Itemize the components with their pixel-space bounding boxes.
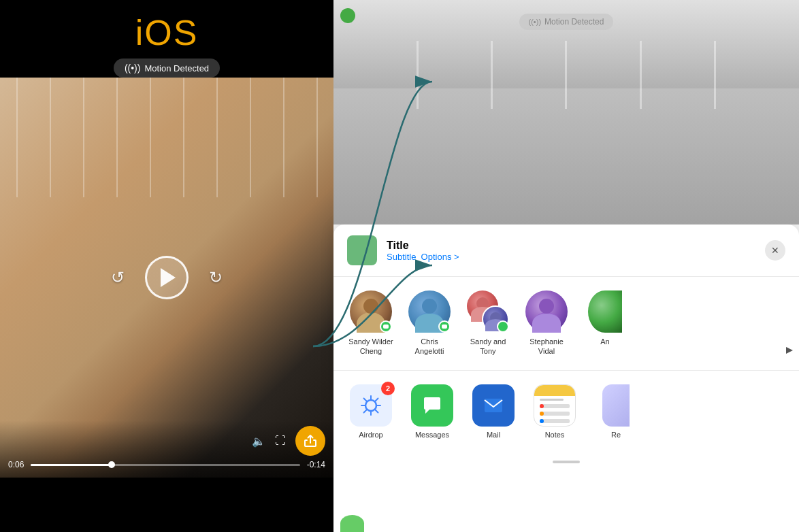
contact-avatar [525,290,568,333]
bottom-handle [553,461,580,463]
rewind-button[interactable]: ↺ [111,268,125,287]
preview-wifi-icon: ((•)) [529,18,542,26]
play-button[interactable] [145,256,189,299]
app-item[interactable]: 2 Airdrop [347,384,395,439]
bottom-handle-area [333,452,799,471]
contact-item[interactable]: Sandy andTony [464,290,512,356]
share-title: Title [387,239,755,252]
share-title-group: Title Subtitle Options > [387,239,755,262]
notes-lines [534,396,575,426]
close-button[interactable]: ✕ [765,240,785,261]
app-label: Notes [545,431,565,439]
contact-item[interactable]: StephanieVidal [523,290,570,356]
wifi-icon: ((•)) [125,63,141,73]
preview-motion-badge: ((•)) Motion Detected [519,14,614,30]
contact-item[interactable]: Sandy WilderCheng [347,290,395,356]
mail-icon [472,384,515,427]
current-time: 0:06 [8,460,24,469]
bottom-controls: 🔈 ⛶ 0:06 -0:14 [0,420,333,478]
message-badge [438,320,451,333]
message-badge [497,320,509,333]
app-item[interactable]: Re [592,384,640,439]
app-label: Messages [415,431,449,439]
contact-name: Sandy WilderCheng [348,337,393,356]
share-sheet: Title Subtitle Options > ✕ Sandy [333,225,799,532]
contact-avatar [588,290,622,333]
video-area: ↺ ↻ 🔈 ⛶ 0:06 [0,78,333,478]
messages-icon [411,384,453,427]
options-link[interactable]: Options > [421,252,459,262]
contact-name: Sandy andTony [470,337,506,356]
progress-row: 0:06 -0:14 [8,460,325,469]
app-label: Re [611,431,621,439]
fullscreen-icon[interactable]: ⛶ [275,435,286,447]
message-badge [380,320,392,333]
contact-name: An [600,337,609,346]
volume-icon[interactable]: 🔈 [252,435,265,448]
app-item[interactable]: Notes [531,384,578,439]
video-controls: ↺ ↻ [111,256,223,299]
notes-inner [534,385,575,426]
apps-row: 2 Airdrop Messages [333,371,799,452]
video-preview: ((•)) Motion Detected [333,0,799,225]
app-item[interactable]: Mail [470,384,517,439]
airdrop-icon: 2 [350,384,392,427]
app-label: Mail [487,431,500,439]
share-thumbnail [347,235,377,265]
remaining-time: -0:14 [307,460,325,469]
app-item[interactable]: Messages [408,384,456,439]
crib-lines [0,78,333,197]
partial-app-icon [602,384,630,427]
svg-rect-1 [485,399,502,412]
progress-dot [108,461,115,468]
contacts-row: Sandy WilderCheng ChrisAngelotti [333,277,799,371]
contact-name: StephanieVidal [529,337,564,356]
ios-video-panel: iOS ((•)) Motion Detected ↺ ↻ 🔈 ⛶ [0,0,333,532]
forward-button[interactable]: ↻ [209,268,223,287]
ios-label: iOS [135,12,199,53]
share-button[interactable] [295,426,325,456]
badge-count: 2 [381,382,395,395]
progress-fill [31,464,112,466]
contact-item[interactable]: An [581,290,629,356]
contact-name: ChrisAngelotti [415,337,444,356]
app-label: Airdrop [359,431,382,439]
progress-bar[interactable] [31,464,299,466]
control-row: 🔈 ⛶ [8,426,325,456]
motion-detected-badge: ((•)) Motion Detected [114,59,220,78]
notes-icon [534,384,576,427]
contact-item[interactable]: ChrisAngelotti [406,290,453,356]
notes-header [534,385,575,396]
share-header: Title Subtitle Options > ✕ [333,225,799,277]
share-subtitle: Subtitle Options > [387,252,755,262]
ios-share-panel: ((•)) Motion Detected Title Subtitle Opt… [333,0,799,532]
